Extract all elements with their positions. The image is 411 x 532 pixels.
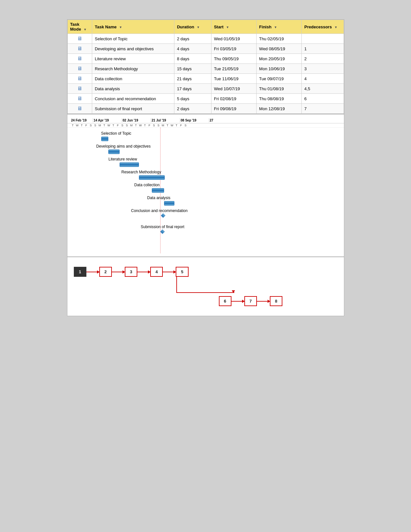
- flow-arrow-6: [231, 301, 244, 302]
- task-pred-cell: [302, 34, 344, 44]
- day-s1: S: [89, 124, 93, 127]
- task-finish-cell: Mon 10/06/19: [256, 64, 301, 74]
- day-s7: S: [183, 124, 188, 127]
- flow-node-8: 8: [270, 296, 282, 306]
- sort-arrow-icon[interactable]: ▼: [226, 25, 229, 29]
- flow-node-4: 4: [150, 267, 163, 277]
- task-mode-cell: 🖥: [67, 54, 92, 64]
- day-w1: W: [75, 124, 80, 127]
- day-s2: S: [93, 124, 98, 127]
- flow-arrow-3: [137, 272, 150, 272]
- task-mode-cell: 🖥: [67, 74, 92, 84]
- flow-arrow-1: [86, 272, 99, 272]
- task-duration-cell: 17 days: [174, 84, 211, 94]
- th-finish: Finish ▼: [256, 20, 301, 34]
- gantt-bar-5: [152, 188, 164, 193]
- day-w3: W: [138, 124, 143, 127]
- task-pred-cell: 1: [302, 44, 344, 54]
- gantt-bar-4: [139, 175, 165, 180]
- task-start-cell: Tue 11/06/19: [211, 74, 256, 84]
- day-t7: T: [165, 124, 170, 127]
- main-container: Task Mode ▼ Task Name ▼ Duration ▼ Start…: [67, 19, 344, 316]
- sort-arrow-icon[interactable]: ▼: [274, 25, 277, 29]
- chart-date-1: 24 Feb '19: [71, 118, 93, 122]
- flow-arrow-7: [257, 301, 270, 302]
- chart-label-2: Developing aims and objectives: [96, 144, 151, 149]
- gantt-table: Task Mode ▼ Task Name ▼ Duration ▼ Start…: [67, 20, 344, 114]
- day-m2: M: [129, 124, 134, 127]
- day-t4: T: [111, 124, 116, 127]
- day-m1: M: [98, 124, 102, 127]
- task-start-cell: Fri 02/08/19: [211, 94, 256, 104]
- task-duration-cell: 2 days: [174, 34, 211, 44]
- task-name-cell: Literature review: [92, 54, 174, 64]
- gantt-diamond-7: [161, 213, 165, 218]
- day-f1: F: [84, 124, 89, 127]
- day-s5: S: [152, 124, 156, 127]
- task-start-cell: Tue 21/05/19: [211, 64, 256, 74]
- task-duration-cell: 8 days: [174, 54, 211, 64]
- chart-date-5: 08 Sep '19: [180, 118, 209, 122]
- task-finish-cell: Tue 09/07/19: [256, 74, 301, 84]
- chart-label-4: Research Methodology: [122, 169, 161, 174]
- chart-label-6: Data analysis: [147, 195, 171, 200]
- flow-node-2: 2: [99, 267, 112, 277]
- chart-date-3: 02 Jun '19: [122, 118, 151, 122]
- flow-vline: [176, 277, 177, 293]
- task-duration-cell: 15 days: [174, 64, 211, 74]
- gantt-bar-2: [108, 150, 120, 154]
- flow-arrow-down-tip: [232, 290, 235, 293]
- task-pred-cell: 7: [302, 104, 344, 114]
- task-duration-cell: 5 days: [174, 94, 211, 104]
- th-duration: Duration ▼: [174, 20, 211, 34]
- chart-label-3: Literature review: [109, 157, 137, 161]
- task-pred-cell: 6: [302, 94, 344, 104]
- task-name-cell: Developing aims and objectives: [92, 44, 174, 54]
- task-mode-icon: 🖥: [77, 46, 82, 51]
- task-finish-cell: Thu 02/05/19: [256, 34, 301, 44]
- task-mode-cell: 🖥: [67, 44, 92, 54]
- task-name-cell: Data analysis: [92, 84, 174, 94]
- task-mode-icon: 🖥: [77, 76, 82, 81]
- task-start-cell: Fri 03/05/19: [211, 44, 256, 54]
- day-t8: T: [174, 124, 179, 127]
- sort-arrow-icon[interactable]: ▼: [83, 28, 87, 31]
- sort-arrow-icon[interactable]: ▼: [197, 25, 200, 29]
- flow-node-3: 3: [125, 267, 137, 277]
- task-mode-cell: 🖥: [67, 64, 92, 74]
- task-finish-cell: Wed 08/05/19: [256, 44, 301, 54]
- sort-arrow-icon[interactable]: ▼: [334, 25, 338, 29]
- flow-hline-bottom: [176, 292, 234, 293]
- day-w4: W: [170, 124, 174, 127]
- task-finish-cell: Thu 08/08/19: [256, 94, 301, 104]
- flow-section: 1 2 3 4: [67, 256, 344, 316]
- task-name-cell: Submission of final report: [92, 104, 174, 114]
- gantt-chart-body: Selection of Topic Developing aims and o…: [71, 128, 341, 253]
- task-mode-cell: 🖥: [67, 84, 92, 94]
- flow-row-2: 6 7 8: [74, 296, 283, 306]
- task-duration-cell: 21 days: [174, 74, 211, 84]
- flow-node-1: 1: [74, 267, 86, 277]
- day-t2: T: [80, 124, 84, 127]
- task-mode-icon: 🖥: [77, 86, 82, 91]
- task-finish-cell: Mon 12/08/19: [256, 104, 301, 114]
- th-start: Start ▼: [211, 20, 256, 34]
- task-finish-cell: Thu 01/08/19: [256, 84, 301, 94]
- day-s4: S: [125, 124, 129, 127]
- task-pred-cell: 3: [302, 64, 344, 74]
- gantt-bar-6: [164, 201, 174, 206]
- task-name-cell: Research Methodology: [92, 64, 174, 74]
- day-t1: T: [71, 124, 75, 127]
- task-mode-cell: 🖥: [67, 94, 92, 104]
- day-w2: W: [107, 124, 111, 127]
- day-t5: T: [134, 124, 138, 127]
- task-name-cell: Conclusion and recommendation: [92, 94, 174, 104]
- task-mode-icon: 🖥: [77, 96, 82, 101]
- day-f2: F: [116, 124, 120, 127]
- day-f4: F: [179, 124, 183, 127]
- flow-connector: [74, 277, 338, 296]
- chart-date-2: 14 Apr '19: [93, 118, 122, 122]
- task-mode-icon: 🖥: [77, 66, 82, 71]
- day-s6: S: [156, 124, 161, 127]
- sort-arrow-icon[interactable]: ▼: [119, 25, 122, 29]
